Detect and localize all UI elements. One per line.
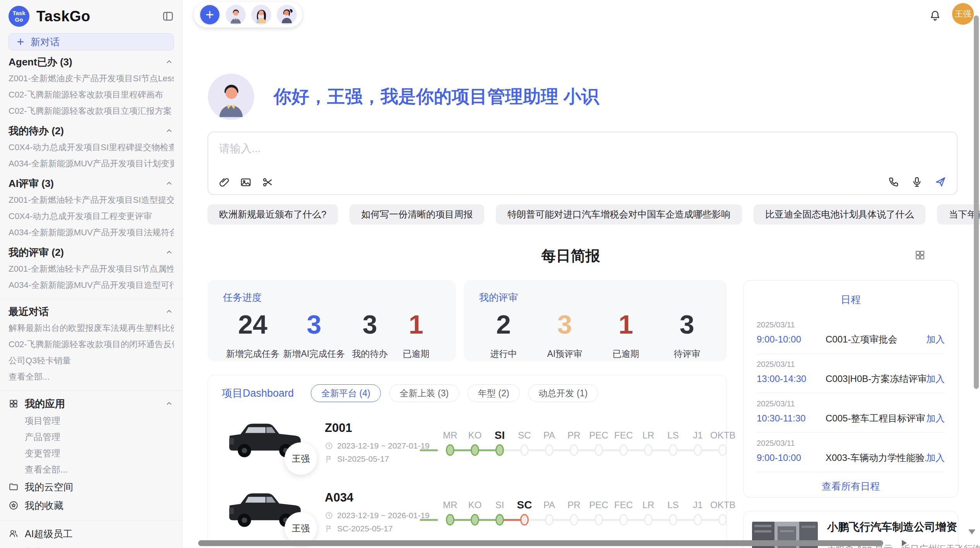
join-meeting-link[interactable]: 加入 xyxy=(926,452,945,464)
sidebar-tool[interactable]: AI超级员工 xyxy=(9,524,174,543)
join-meeting-link[interactable]: 加入 xyxy=(926,412,945,425)
horizontal-scrollbar[interactable] xyxy=(198,540,883,546)
milestone[interactable]: SC xyxy=(512,497,537,527)
milestone[interactable]: LS xyxy=(661,497,685,527)
app-item[interactable]: 变更管理 xyxy=(9,445,174,461)
project-code[interactable]: Z001 xyxy=(325,421,434,435)
milestone-dot xyxy=(694,444,702,456)
milestone[interactable]: MR xyxy=(438,497,463,527)
sidebar-shortcut[interactable]: 我的收藏 xyxy=(9,496,174,515)
milestone[interactable]: FEC xyxy=(611,497,636,527)
milestone[interactable]: J1 xyxy=(685,428,710,457)
dashboard-filter-chip[interactable]: 全新平台 (4) xyxy=(311,384,381,402)
chevron-up-icon[interactable] xyxy=(164,399,174,408)
scroll-right-arrow[interactable] xyxy=(902,540,907,546)
milestone[interactable]: KO xyxy=(463,497,487,527)
sidebar-shortcut[interactable]: 我的云空间 xyxy=(9,478,174,496)
sidebar-item[interactable]: C02-飞腾新能源轻客改款项目里程碑画布 xyxy=(9,87,174,103)
join-meeting-link[interactable]: 加入 xyxy=(926,333,945,346)
sidebar-item[interactable]: A034-全新新能源MUV产品开发项目造型可行性评审 xyxy=(9,277,174,293)
milestone[interactable]: SI xyxy=(487,497,512,527)
milestone-dot xyxy=(570,444,578,456)
app-item[interactable]: 产品管理 xyxy=(9,429,174,445)
milestone-label: PEC xyxy=(586,497,611,513)
my-apps-header[interactable]: 我的应用 xyxy=(9,395,174,413)
scroll-down-arrow[interactable] xyxy=(968,529,975,534)
suggestion-chip[interactable]: 如何写一份清晰的项目周报 xyxy=(350,204,484,224)
recent-chat-item[interactable]: 公司Q3轻卡销量 xyxy=(9,353,174,369)
recent-chat-item[interactable]: 解释最新出台的欧盟报废车法规再生塑料比例被调至15%... xyxy=(9,320,174,336)
milestone[interactable]: LR xyxy=(636,428,661,457)
agent-avatar-3[interactable] xyxy=(277,5,297,25)
milestone[interactable]: SC xyxy=(512,428,537,457)
attachment-icon[interactable] xyxy=(218,176,230,188)
stat-label: 进行中 xyxy=(482,348,525,360)
stat-value: 3 xyxy=(349,309,391,339)
schedule-item-row: 9:00-10:00X003-车辆动力学性能验...加入 xyxy=(757,452,945,464)
milestone[interactable]: MR xyxy=(438,428,463,457)
milestone-label: LS xyxy=(661,428,685,443)
sidebar-tool[interactable]: 帮我写作 xyxy=(9,543,174,548)
milestone[interactable]: FEC xyxy=(611,428,636,457)
stat-label: AI预评审 xyxy=(543,348,586,360)
suggestion-chip[interactable]: 欧洲新规最近颁布了什么? xyxy=(207,204,338,224)
milestone[interactable]: J1 xyxy=(685,497,710,527)
project-code[interactable]: A034 xyxy=(325,491,434,505)
milestone[interactable]: KO xyxy=(463,428,487,457)
user-avatar[interactable]: 王强 xyxy=(952,3,974,25)
milestone[interactable]: PR xyxy=(562,497,586,527)
project-dates: 2023-12-19 ~ 2026-01-19 xyxy=(325,511,434,520)
sidebar-item[interactable]: Z001-全新燃油皮卡产品开发项目SI节点Lesson Learn报告 xyxy=(9,70,174,87)
milestone[interactable]: OKTB xyxy=(710,497,735,527)
sidebar-item[interactable]: Z001-全新燃油轻卡产品开发项目SI节点属性5D文件评审 xyxy=(9,261,174,277)
sidebar-item[interactable]: C0X4-动力总成开发项目SI里程碑提交物检查 xyxy=(9,139,174,156)
milestone[interactable]: PA xyxy=(537,428,562,457)
new-chat-button[interactable]: 新对话 xyxy=(9,33,174,50)
chevron-up-icon[interactable] xyxy=(164,126,174,135)
vertical-scrollbar[interactable] xyxy=(974,15,979,389)
agent-avatar-1[interactable] xyxy=(226,5,246,25)
milestone[interactable]: OKTB xyxy=(710,428,735,457)
view-all-link[interactable]: 查看全部... xyxy=(9,461,174,478)
milestone[interactable]: SI xyxy=(487,428,512,457)
collapse-sidebar-icon[interactable] xyxy=(162,10,174,22)
sidebar-item[interactable]: C0X4-动力总成开发项目工程变更评审 xyxy=(9,208,174,224)
recent-chat-item[interactable]: C02-飞腾新能源轻客改款项目的闭环通告反馈情况 xyxy=(9,336,174,353)
chevron-up-icon[interactable] xyxy=(164,248,174,257)
agent-avatar-2[interactable] xyxy=(251,5,271,25)
join-meeting-link[interactable]: 加入 xyxy=(926,373,945,385)
suggestion-chip[interactable]: 特朗普可能对进口汽车增税会对中国车企造成哪些影响 xyxy=(496,204,742,224)
chat-input[interactable] xyxy=(219,142,877,155)
scissors-icon[interactable] xyxy=(262,176,273,188)
sidebar-item[interactable]: A034-全新新能源MUV产品开发项目法规符合性评审 xyxy=(9,224,174,241)
dashboard-filter-chip[interactable]: 年型 (2) xyxy=(468,384,520,402)
suggestion-chip[interactable]: 比亚迪全固态电池计划具体说了什么 xyxy=(754,204,925,224)
send-icon[interactable] xyxy=(934,176,947,188)
milestone[interactable]: PEC xyxy=(586,497,611,527)
milestone[interactable]: PA xyxy=(537,497,562,527)
milestone[interactable]: PR xyxy=(562,428,586,457)
sidebar-item[interactable]: Z001-全新燃油轻卡产品开发项目SI造型提交物评审 xyxy=(9,192,174,208)
milestone-dot xyxy=(495,444,504,456)
sidebar-item[interactable]: C02-飞腾新能源轻客改款项目立项汇报方案 xyxy=(9,103,174,119)
dashboard-filter-chip[interactable]: 全新上装 (3) xyxy=(389,384,459,402)
view-all-link[interactable]: 查看全部... xyxy=(9,369,174,385)
chevron-up-icon[interactable] xyxy=(164,307,174,316)
layout-grid-icon[interactable] xyxy=(914,249,926,261)
add-agent-button[interactable] xyxy=(199,4,220,25)
project-next-milestone: SI-2025-05-17 xyxy=(325,454,434,464)
notification-bell-icon[interactable] xyxy=(929,9,941,22)
phone-call-icon[interactable] xyxy=(888,176,899,188)
chevron-up-icon[interactable] xyxy=(164,57,174,67)
main-content: 王强 你好，王强，我是你的项目管理助理 小识 xyxy=(183,0,980,548)
image-upload-icon[interactable] xyxy=(240,176,252,188)
milestone[interactable]: PEC xyxy=(586,428,611,457)
microphone-icon[interactable] xyxy=(911,176,923,188)
milestone[interactable]: LR xyxy=(636,497,661,527)
view-all-schedule-link[interactable]: 查看所有日程 xyxy=(757,480,945,493)
chevron-up-icon[interactable] xyxy=(164,179,174,188)
dashboard-filter-chip[interactable]: 动总开发 (1) xyxy=(528,384,598,402)
app-item[interactable]: 项目管理 xyxy=(9,413,174,429)
sidebar-item[interactable]: A034-全新新能源MUV产品开发项目计划变更表编写 xyxy=(9,156,174,172)
milestone[interactable]: LS xyxy=(661,428,685,457)
